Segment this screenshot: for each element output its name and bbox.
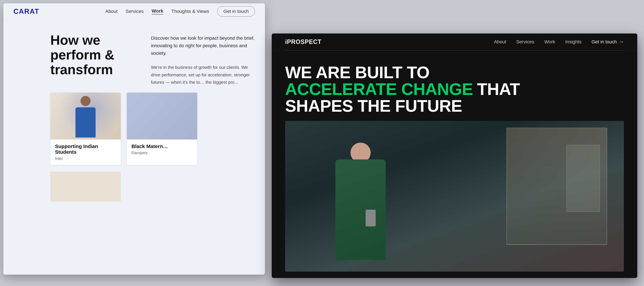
carat-card-1-image	[50, 93, 121, 140]
carat-card-1[interactable]: Supporting Indian Students Intel	[50, 93, 121, 165]
iprospect-headline-2: ACCELERATE CHANGE THAT	[285, 81, 624, 97]
iprospect-person-body	[336, 159, 386, 260]
carat-card-2-info: Black Matern… Pampers	[127, 140, 197, 159]
iprospect-logo: iPROSPECT	[285, 38, 322, 45]
iprospect-nav-about[interactable]: About	[494, 39, 506, 44]
iprospect-headline-1: WE ARE BUILT TO	[285, 64, 624, 81]
carat-content: How we perform & transform Discover how …	[3, 19, 265, 275]
iprospect-nav-insights[interactable]: Insights	[565, 39, 582, 44]
iprospect-window-inner-shape	[566, 145, 600, 212]
carat-nav-about[interactable]: About	[105, 9, 118, 14]
iprospect-headline-2-green: ACCELERATE CHANGE	[285, 80, 473, 99]
carat-card-bottom-1[interactable]	[50, 172, 121, 202]
carat-card-2-subtitle: Pampers	[132, 150, 192, 155]
iprospect-headline-2-white: THAT	[477, 80, 520, 99]
carat-card-1-subtitle: Intel	[55, 156, 116, 161]
iprospect-window: iPROSPECT About Services Work Insights G…	[272, 33, 637, 278]
iprospect-content: WE ARE BUILT TO ACCELERATE CHANGE THAT S…	[272, 50, 637, 278]
carat-card-1-title: Supporting Indian Students	[55, 143, 116, 155]
iprospect-person-silhouette	[319, 129, 402, 272]
iprospect-get-in-touch-button[interactable]: Get in touch →	[592, 39, 624, 45]
carat-nav-services[interactable]: Services	[126, 9, 144, 14]
carat-card-2-image	[127, 93, 197, 140]
carat-logo: CARAT	[14, 7, 39, 15]
carat-navbar: CARAT About Services Work Thoughts & Vie…	[3, 3, 265, 19]
carat-card-2[interactable]: Black Matern… Pampers	[127, 93, 197, 165]
iprospect-cta-label: Get in touch	[592, 39, 617, 44]
iprospect-navbar: iPROSPECT About Services Work Insights G…	[272, 33, 637, 50]
iprospect-window-shape	[506, 128, 607, 245]
person-illustration-1	[72, 96, 99, 136]
iprospect-cta-arrow: →	[618, 39, 624, 45]
carat-hero-left: How we perform & transform	[50, 33, 138, 86]
carat-hero-description: Discover how we look for impact beyond t…	[151, 34, 255, 57]
carat-hero: How we perform & transform Discover how …	[3, 19, 265, 93]
iprospect-nav-work[interactable]: Work	[544, 39, 555, 44]
carat-hero-body: We're in the business of growth for our …	[151, 64, 255, 86]
iprospect-person-phone	[366, 210, 376, 226]
carat-hero-title: How we perform & transform	[50, 33, 138, 77]
iprospect-nav-links: About Services Work Insights	[494, 39, 582, 44]
carat-card-1-info: Supporting Indian Students Intel	[50, 140, 121, 165]
carat-nav-thoughts[interactable]: Thoughts & Views	[172, 9, 209, 14]
carat-card-2-title: Black Matern…	[132, 143, 192, 149]
iprospect-hero-image	[285, 121, 624, 272]
carat-nav-work[interactable]: Work	[152, 8, 163, 14]
carat-nav-links: About Services Work Thoughts & Views	[105, 8, 209, 14]
carat-hero-right: Discover how we look for impact beyond t…	[151, 33, 255, 86]
person-body-1	[76, 107, 96, 138]
carat-window: CARAT About Services Work Thoughts & Vie…	[3, 3, 265, 275]
iprospect-nav-services[interactable]: Services	[516, 39, 534, 44]
carat-cards-row: Supporting Indian Students Intel Black M…	[3, 93, 265, 165]
carat-get-in-touch-button[interactable]: Get in touch	[217, 6, 255, 16]
person-head-1	[80, 96, 90, 106]
iprospect-hero-text: WE ARE BUILT TO ACCELERATE CHANGE THAT S…	[272, 51, 637, 121]
carat-cards-row-2	[3, 172, 265, 202]
iprospect-headline-3: SHAPES THE FUTURE	[285, 97, 624, 114]
